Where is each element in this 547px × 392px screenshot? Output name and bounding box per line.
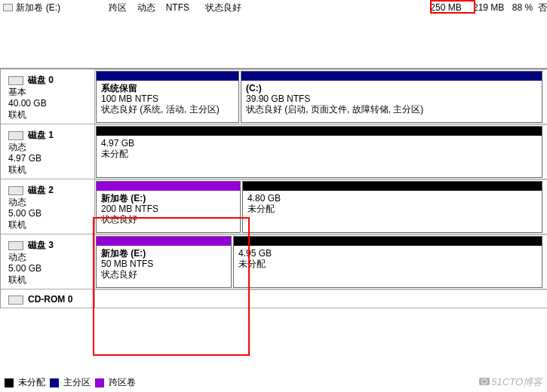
disk-row[interactable]: 磁盘 1动态4.97 GB联机4.97 GB未分配 [1,124,547,179]
partition-status: 未分配 [247,204,537,214]
cdrom-icon [8,296,23,305]
cdrom-row[interactable]: CD-ROM 0 [1,289,547,308]
col-type: 动态 [137,2,166,14]
partition-status: 状态良好 (启动, 页面文件, 故障转储, 主分区) [246,104,537,115]
disk-body: 系统保留100 MB NTFS状态良好 (系统, 活动, 主分区) (C:)39… [95,69,547,124]
legend-swatch-unalloc [5,378,14,387]
col-fs: NTFS [166,2,205,13]
disk-kind: 基本 [8,87,90,98]
disk-icon [8,241,23,250]
partition-content: 系统保留100 MB NTFS状态良好 (系统, 活动, 主分区) [97,81,238,117]
legend-label-spanned: 跨区卷 [109,376,136,389]
partition-size: 39.90 GB NTFS [246,93,537,104]
disk-icon [8,76,23,85]
disk-size: 4.97 GB [8,153,90,164]
partition-size: 100 MB NTFS [101,93,234,104]
disk-kind: 动态 [8,142,90,153]
disk-state: 联机 [8,219,90,231]
partition[interactable]: 4.95 GB未分配 [233,236,542,288]
disk-state: 联机 [8,109,90,121]
disk-name: 磁盘 1 [28,130,54,140]
partition-bar [97,127,542,136]
partition-title: (C:) [246,83,537,93]
partition-content: 4.95 GB未分配 [234,246,542,271]
camera-icon [479,378,490,385]
disk-header[interactable]: 磁盘 3动态5.00 GB联机 [1,234,95,289]
partition-bar [243,182,542,191]
legend-swatch-spanned [95,378,104,387]
disk-header[interactable]: 磁盘 2动态5.00 GB联机 [1,179,95,234]
legend-label-unalloc: 未分配 [18,376,45,389]
disk-size: 5.00 GB [8,208,90,219]
partition-content: 4.80 GB未分配 [243,191,542,216]
disk-kind: 动态 [8,252,90,263]
disk-graphical-pane: 磁盘 0基本40.00 GB联机系统保留100 MB NTFS状态良好 (系统,… [0,68,547,308]
partition-size: 4.95 GB [238,248,537,259]
volume-icon [3,4,13,11]
watermark: 51CTO博客 [479,375,542,389]
partition-content: (C:)39.90 GB NTFS状态良好 (启动, 页面文件, 故障转储, 主… [241,81,542,117]
disk-header[interactable]: CD-ROM 0 [1,289,95,308]
partition-title: 新加卷 (E:) [101,193,235,204]
col-layout: 跨区 [109,2,137,14]
legend: 未分配 主分区 跨区卷 [5,376,136,389]
disk-size: 40.00 GB [8,98,90,109]
legend-swatch-primary [50,378,59,387]
partition-size: 200 MB NTFS [101,204,235,214]
disk-size: 5.00 GB [8,263,90,274]
disk-header[interactable]: 磁盘 0基本40.00 GB联机 [1,69,95,124]
partition-content: 4.97 GB未分配 [97,136,542,161]
disk-row[interactable]: 磁盘 0基本40.00 GB联机系统保留100 MB NTFS状态良好 (系统,… [1,69,547,124]
disk-name: 磁盘 2 [28,185,54,195]
partition-bar [97,72,238,81]
disk-icon [8,131,23,140]
partition-bar [241,72,542,81]
partition[interactable]: 4.80 GB未分配 [242,181,542,233]
partition[interactable]: (C:)39.90 GB NTFS状态良好 (启动, 页面文件, 故障转储, 主… [241,71,542,123]
highlight-box-spanned-volume [93,217,250,356]
partition-title: 系统保留 [101,83,234,93]
disk-name: CD-ROM 0 [28,294,72,305]
partition-status: 状态良好 (系统, 活动, 主分区) [101,104,234,115]
disk-kind: 动态 [8,197,90,208]
disk-row[interactable]: 磁盘 3动态5.00 GB联机新加卷 (E:)50 MB NTFS状态良好4.9… [1,234,547,289]
col-percent: 88 % [504,2,533,13]
partition[interactable]: 系统保留100 MB NTFS状态良好 (系统, 活动, 主分区) [96,71,239,123]
highlight-box-capacity [430,0,475,14]
disk-name: 磁盘 3 [28,240,54,250]
legend-label-primary: 主分区 [63,376,91,389]
partition-status: 未分配 [238,259,537,269]
partition-size: 4.97 GB [101,138,537,149]
partition-bar [234,237,542,246]
disk-state: 联机 [8,164,90,176]
disk-row[interactable]: 磁盘 2动态5.00 GB联机新加卷 (E:)200 MB NTFS状态良好4.… [1,179,547,234]
col-tail: 否 [533,2,547,14]
disk-header[interactable]: 磁盘 1动态4.97 GB联机 [1,124,95,179]
disk-name: 磁盘 0 [28,75,54,85]
partition-size: 4.80 GB [247,193,537,204]
disk-icon [8,186,23,195]
col-status: 状态良好 [205,2,419,14]
partition[interactable]: 4.97 GB未分配 [96,126,542,178]
partition-status: 未分配 [101,149,537,159]
disk-state: 联机 [8,274,90,286]
col-name: 新加卷 (E:) [16,2,109,14]
partition-bar [97,182,240,191]
disk-body: 4.97 GB未分配 [95,124,547,179]
